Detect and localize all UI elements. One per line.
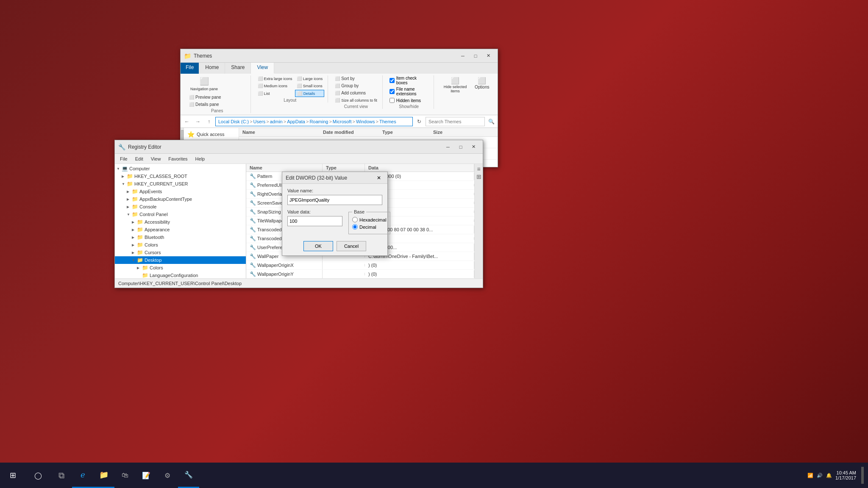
show-desktop-button[interactable] [861,467,864,484]
start-button[interactable]: ⊞ [0,463,25,488]
tab-home[interactable]: Home [199,63,225,74]
base-fieldset: Base Hexadecimal Decimal [348,209,390,234]
colors-arrow: ▶ [132,243,137,247]
details-button[interactable]: ⬜ Details [295,90,325,97]
system-clock[interactable]: 10:45 AM 1/17/2017 [835,470,856,480]
value-data-input[interactable] [287,216,342,226]
tree-colors[interactable]: ▶ 📁 Colors [115,241,246,249]
tree-appevents[interactable]: ▶ 📁 AppEvents [115,188,246,195]
cortana-button[interactable]: ◯ [25,463,51,488]
reg-col-type[interactable]: Type [323,164,365,172]
item-checkboxes-toggle[interactable]: Item check boxes [388,75,430,86]
col-date[interactable]: Date modified [320,129,379,136]
store-button[interactable]: 🛍 [114,463,136,488]
tree-langconfig[interactable]: 📁 LanguageConfiguration [115,272,246,278]
size-all-columns-button[interactable]: ⬜ Size all columns to fit [333,97,379,103]
reg-minimize-button[interactable]: ─ [442,142,454,152]
file-explorer-taskbar-button[interactable]: 📁 [93,463,114,488]
registry-taskbar-button[interactable]: 🔧 [178,463,199,488]
sidebar-item-quick-access[interactable]: ⭐ Quick access [184,130,239,139]
notification-icon[interactable]: 🔔 [826,473,832,478]
hexadecimal-option[interactable]: Hexadecimal [352,217,387,222]
reg-close-button[interactable]: ✕ [467,142,479,152]
decimal-radio[interactable] [352,224,358,230]
address-path[interactable]: Local Disk (C:) > Users > admin > AppDat… [215,117,413,126]
back-button[interactable]: ← [182,117,192,126]
side-panel: ≡ ⊞ [474,164,483,278]
edge-button[interactable]: ℯ [72,463,93,488]
close-button[interactable]: ✕ [482,51,494,61]
tree-computer[interactable]: ▼ 💻 Computer [115,165,246,172]
tree-hkey-current-user[interactable]: ▼ 📁 HKEY_CURRENT_USER [115,180,246,188]
tab-file[interactable]: File [181,63,199,74]
network-icon[interactable]: 📶 [807,473,813,478]
value-name-input[interactable] [287,195,382,205]
decimal-option[interactable]: Decimal [352,224,387,230]
extra-large-icons-button[interactable]: ⬜ Extra large icons [256,75,294,82]
base-col: Base Hexadecimal Decimal [348,209,382,234]
reg-col-data[interactable]: Data [365,164,474,172]
console-icon: 📁 [132,204,138,210]
tree-cursors[interactable]: ▶ 📁 Cursors [115,249,246,256]
details-pane-button[interactable]: ⬜ Details pane [187,101,223,108]
reg-col-name[interactable]: Name [246,164,323,172]
search-button[interactable]: 🔍 [487,117,496,126]
list-button[interactable]: ⬜ List [256,90,294,97]
tree-bluetooth[interactable]: ▶ 📁 Bluetooth [115,233,246,241]
tree-hkey-classes-root[interactable]: ▶ 📁 HKEY_CLASSES_ROOT [115,172,246,180]
large-icons-button[interactable]: ⬜ Large icons [295,75,325,82]
list-view-icon[interactable]: ≡ [477,166,480,172]
reg-row-wallpaperoriginy[interactable]: 🔧WallpaperOriginY ) (0) [246,270,474,278]
dialog-close-button[interactable]: ✕ [374,174,384,182]
file-extensions-toggle[interactable]: File name extensions [388,86,430,97]
group-by-button[interactable]: ⬜ Group by [333,83,379,89]
hexadecimal-radio[interactable] [352,217,358,222]
tree-console[interactable]: ▶ 📁 Console [115,203,246,211]
tree-desktop-colors[interactable]: ▶ 📁 Colors [115,264,246,272]
maximize-button[interactable]: □ [470,51,481,61]
tree-appxbackup[interactable]: ▶ 📁 AppxBackupContentType [115,195,246,203]
volume-icon[interactable]: 🔊 [817,473,823,478]
show-hide-label: Show/hide [399,103,419,109]
col-name[interactable]: Name [239,129,320,136]
reg-row-wallpaperonginx[interactable]: 🔧WallpaperOriginX ) (0) [246,261,474,270]
task-view-button[interactable]: ⧉ [51,463,72,488]
menu-view[interactable]: View [147,155,164,162]
tab-share[interactable]: Share [225,63,251,74]
forward-button[interactable]: → [193,117,203,126]
minimize-button[interactable]: ─ [457,51,469,61]
file-extensions-checkbox[interactable] [389,89,395,94]
hidden-items-toggle[interactable]: Hidden items [388,97,430,103]
medium-icons-button[interactable]: ⬜ Medium icons [256,83,294,89]
detail-view-icon[interactable]: ⊞ [476,173,481,180]
hidden-items-checkbox[interactable] [389,98,395,103]
notepad-button[interactable]: 📝 [136,463,157,488]
tree-control-panel[interactable]: ▼ 📁 Control Panel [115,211,246,218]
tree-desktop[interactable]: ▼ 📁 Desktop [115,256,246,264]
tree-appearance[interactable]: ▶ 📁 Appearance [115,226,246,233]
settings-button[interactable]: ⚙ [157,463,178,488]
registry-menu-bar: File Edit View Favorites Help [115,154,483,164]
menu-favorites[interactable]: Favorites [165,155,191,162]
menu-help[interactable]: Help [192,155,209,162]
menu-file[interactable]: File [117,155,131,162]
col-size[interactable]: Size [430,129,455,136]
up-button[interactable]: ↑ [204,117,214,126]
options-button[interactable]: ⬜ Options [473,75,491,94]
cancel-button[interactable]: Cancel [337,241,366,251]
sort-by-button[interactable]: ⬜ Sort by [333,75,379,82]
col-type[interactable]: Type [379,129,430,136]
preview-pane-button[interactable]: ⬜ Preview pane [187,94,223,100]
search-input[interactable] [426,117,485,126]
add-columns-button[interactable]: ⬜ Add columns [333,90,379,96]
small-icons-button[interactable]: ⬜ Small icons [295,83,325,89]
hide-selected-button[interactable]: ⬜ Hide selected items [439,75,472,94]
refresh-button[interactable]: ↻ [415,117,424,126]
menu-edit[interactable]: Edit [132,155,147,162]
item-checkboxes-checkbox[interactable] [389,78,395,83]
navigation-pane-button[interactable]: ⬜ Navigation pane [187,75,221,92]
ok-button[interactable]: OK [303,241,333,251]
tree-accessibility[interactable]: ▶ 📁 Accessibility [115,218,246,226]
tab-view[interactable]: View [251,63,274,74]
reg-maximize-button[interactable]: □ [455,142,467,152]
